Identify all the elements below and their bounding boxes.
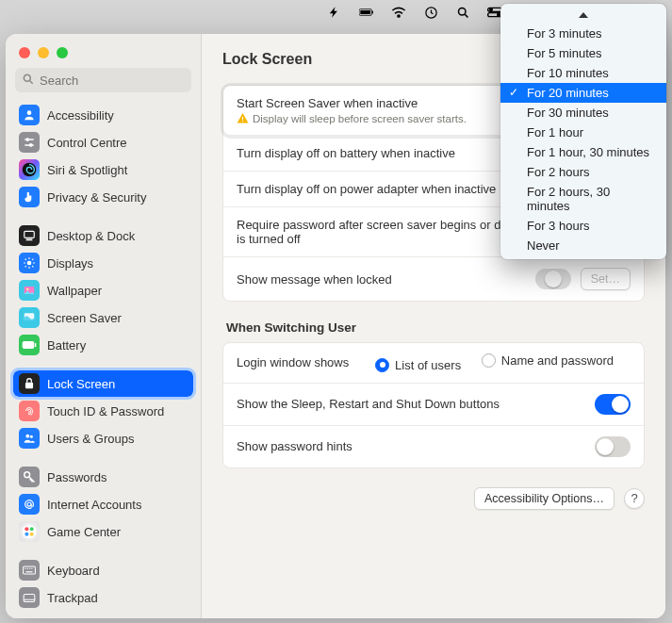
row-show-message: Show message when locked Set… bbox=[223, 257, 644, 301]
sidebar-item-displays[interactable]: Displays bbox=[13, 250, 193, 276]
svg-rect-36 bbox=[29, 568, 30, 569]
svg-rect-1 bbox=[360, 10, 370, 14]
radio-list-of-users[interactable]: List of users bbox=[375, 358, 461, 372]
search-input[interactable] bbox=[15, 68, 191, 92]
sidebar-item-screen-saver[interactable]: Screen Saver bbox=[13, 304, 193, 331]
svg-point-8 bbox=[490, 8, 493, 11]
svg-rect-34 bbox=[25, 568, 25, 569]
sidebar-item-label: Control Centre bbox=[47, 136, 127, 150]
switching-heading: When Switching User bbox=[226, 320, 641, 335]
dropdown-item[interactable]: For 5 minutes bbox=[500, 43, 666, 63]
svg-rect-21 bbox=[23, 341, 35, 349]
svg-point-13 bbox=[30, 144, 32, 146]
sidebar-item-label: Passwords bbox=[47, 470, 107, 484]
svg-point-9 bbox=[498, 13, 500, 16]
sidebar-item-label: Internet Accounts bbox=[47, 498, 141, 512]
svg-point-28 bbox=[23, 525, 37, 539]
sidebar-item-label: Keyboard bbox=[47, 564, 100, 578]
switching-group: Login window shows List of users Name an… bbox=[222, 342, 645, 468]
sidebar-item-label: Users & Groups bbox=[47, 432, 134, 446]
person-icon bbox=[19, 105, 40, 125]
svg-rect-40 bbox=[242, 117, 243, 120]
search-box bbox=[15, 68, 191, 92]
dropdown-scroll-up[interactable] bbox=[500, 8, 666, 24]
dropdown-item[interactable]: For 10 minutes bbox=[500, 63, 666, 83]
at-icon bbox=[19, 494, 40, 515]
sidebar-item-label: Game Center bbox=[47, 525, 121, 539]
zoom-window-button[interactable] bbox=[57, 47, 68, 58]
screensaver-icon bbox=[19, 307, 40, 328]
svg-rect-35 bbox=[27, 568, 28, 569]
svg-point-25 bbox=[30, 435, 33, 438]
svg-rect-41 bbox=[242, 121, 243, 122]
svg-point-17 bbox=[27, 261, 32, 266]
sidebar-item-internet-accounts[interactable]: Internet Accounts bbox=[13, 491, 193, 517]
sidebar-item-touch-id[interactable]: Touch ID & Password bbox=[13, 398, 193, 424]
svg-point-5 bbox=[458, 8, 466, 15]
search-icon bbox=[22, 73, 35, 86]
sidebar-item-accessibility[interactable]: Accessibility bbox=[13, 102, 193, 128]
svg-point-3 bbox=[398, 15, 400, 17]
sidebar-item-label: Wallpaper bbox=[47, 284, 102, 298]
window-controls bbox=[6, 34, 201, 68]
battery-icon[interactable] bbox=[359, 5, 374, 20]
svg-point-32 bbox=[30, 533, 34, 536]
sidebar-item-label: Displays bbox=[47, 256, 93, 271]
minimize-window-button[interactable] bbox=[38, 47, 49, 58]
sidebar-item-game-center[interactable]: Game Center bbox=[13, 518, 193, 545]
dropdown-item[interactable]: For 3 minutes bbox=[500, 24, 666, 43]
image-icon bbox=[19, 280, 40, 301]
footer: Accessibility Options… ? bbox=[222, 487, 645, 510]
radio-name-password[interactable]: Name and password bbox=[482, 353, 614, 368]
dropdown-item[interactable]: For 30 minutes bbox=[500, 103, 666, 123]
dock-icon bbox=[19, 225, 40, 246]
show-sleep-toggle[interactable] bbox=[595, 394, 631, 415]
svg-point-30 bbox=[30, 527, 34, 531]
sidebar-item-desktop-dock[interactable]: Desktop & Dock bbox=[13, 222, 193, 249]
svg-rect-15 bbox=[25, 231, 35, 238]
sidebar-item-siri-spotlight[interactable]: Siri & Spotlight bbox=[13, 156, 193, 183]
dropdown-item[interactable]: For 1 hour, 30 minutes bbox=[500, 142, 666, 162]
sidebar-item-label: Trackpad bbox=[47, 591, 98, 605]
sliders-icon bbox=[19, 132, 40, 153]
svg-rect-23 bbox=[25, 383, 33, 388]
set-message-button[interactable]: Set… bbox=[581, 268, 631, 290]
spotlight-icon[interactable] bbox=[455, 5, 470, 20]
sidebar-item-keyboard[interactable]: Keyboard bbox=[13, 557, 193, 583]
sidebar-item-label: Siri & Spotlight bbox=[47, 163, 127, 177]
sidebar-item-control-centre[interactable]: Control Centre bbox=[13, 129, 193, 156]
show-hints-toggle[interactable] bbox=[595, 436, 631, 457]
sidebar-item-lock-screen[interactable]: Lock Screen bbox=[13, 370, 193, 397]
help-button[interactable]: ? bbox=[624, 488, 645, 509]
dropdown-item[interactable]: For 1 hour bbox=[500, 123, 666, 142]
timemachine-icon[interactable] bbox=[423, 5, 438, 20]
svg-point-24 bbox=[25, 434, 29, 438]
sidebar-item-wallpaper[interactable]: Wallpaper bbox=[13, 277, 193, 303]
close-window-button[interactable] bbox=[19, 47, 30, 58]
duration-dropdown[interactable]: For 3 minutesFor 5 minutesFor 10 minutes… bbox=[500, 4, 666, 259]
dropdown-item[interactable]: For 3 hours bbox=[500, 216, 666, 236]
fingerprint-icon bbox=[19, 401, 40, 421]
dropdown-item[interactable]: Never bbox=[500, 236, 666, 255]
sidebar-item-users-groups[interactable]: Users & Groups bbox=[13, 425, 193, 451]
sidebar-item-trackpad[interactable]: Trackpad bbox=[13, 584, 193, 611]
lock-icon bbox=[19, 373, 40, 394]
game-icon bbox=[19, 521, 40, 542]
svg-point-11 bbox=[27, 110, 32, 115]
sidebar-list: AccessibilityControl CentreSiri & Spotli… bbox=[6, 102, 201, 618]
wifi-icon[interactable] bbox=[391, 5, 406, 20]
show-message-toggle[interactable] bbox=[535, 269, 571, 289]
dropdown-item[interactable]: For 2 hours bbox=[500, 162, 666, 182]
accessibility-options-button[interactable]: Accessibility Options… bbox=[474, 487, 615, 510]
svg-rect-33 bbox=[24, 566, 36, 574]
row-login-window: Login window shows List of users Name an… bbox=[223, 343, 644, 384]
sidebar-item-label: Battery bbox=[47, 338, 86, 352]
sidebar-item-privacy-security[interactable]: Privacy & Security bbox=[13, 184, 193, 210]
sidebar-item-battery[interactable]: Battery bbox=[13, 332, 193, 358]
row-show-sleep-buttons: Show the Sleep, Restart and Shut Down bu… bbox=[223, 384, 644, 426]
sidebar: AccessibilityControl CentreSiri & Spotli… bbox=[6, 34, 202, 618]
bolt-icon[interactable] bbox=[327, 5, 342, 20]
dropdown-item[interactable]: For 20 minutes bbox=[500, 83, 666, 103]
dropdown-item[interactable]: For 2 hours, 30 minutes bbox=[500, 182, 666, 216]
sidebar-item-passwords[interactable]: Passwords bbox=[13, 464, 193, 490]
